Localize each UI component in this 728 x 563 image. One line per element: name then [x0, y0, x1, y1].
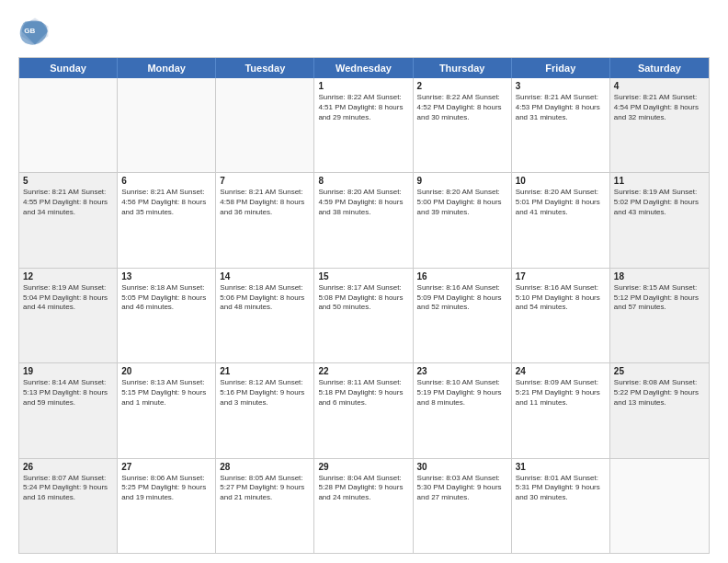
day-number: 8 [318, 176, 408, 186]
day-cell-22: 22Sunrise: 8:11 AM Sunset: 5:18 PM Dayli… [314, 363, 413, 457]
day-number: 4 [614, 81, 705, 91]
day-info: Sunrise: 8:08 AM Sunset: 5:22 PM Dayligh… [614, 378, 705, 408]
empty-cell-0-0 [19, 78, 118, 172]
day-cell-10: 10Sunrise: 8:20 AM Sunset: 5:01 PM Dayli… [512, 173, 610, 267]
weekday-header-monday: Monday [118, 58, 216, 78]
day-cell-23: 23Sunrise: 8:10 AM Sunset: 5:19 PM Dayli… [414, 363, 512, 457]
day-number: 29 [318, 462, 408, 472]
day-number: 24 [516, 366, 606, 376]
day-cell-27: 27Sunrise: 8:06 AM Sunset: 5:25 PM Dayli… [118, 459, 216, 553]
day-info: Sunrise: 8:05 AM Sunset: 5:27 PM Dayligh… [220, 474, 310, 503]
day-number: 17 [516, 271, 606, 282]
day-info: Sunrise: 8:22 AM Sunset: 4:52 PM Dayligh… [417, 93, 507, 122]
day-number: 21 [220, 366, 310, 376]
day-cell-8: 8Sunrise: 8:20 AM Sunset: 4:59 PM Daylig… [314, 173, 413, 267]
day-cell-16: 16Sunrise: 8:16 AM Sunset: 5:09 PM Dayli… [414, 269, 512, 362]
empty-cell-4-6 [610, 459, 709, 553]
day-number: 30 [417, 462, 507, 472]
day-cell-4: 4Sunrise: 8:21 AM Sunset: 4:54 PM Daylig… [610, 78, 709, 172]
day-number: 19 [23, 366, 113, 376]
day-info: Sunrise: 8:18 AM Sunset: 5:06 PM Dayligh… [220, 283, 310, 313]
day-number: 9 [417, 176, 507, 186]
day-info: Sunrise: 8:21 AM Sunset: 4:53 PM Dayligh… [516, 93, 606, 122]
day-cell-29: 29Sunrise: 8:04 AM Sunset: 5:28 PM Dayli… [314, 459, 413, 553]
day-number: 5 [23, 176, 113, 186]
day-number: 15 [318, 271, 408, 282]
day-info: Sunrise: 8:16 AM Sunset: 5:09 PM Dayligh… [417, 283, 507, 313]
day-info: Sunrise: 8:09 AM Sunset: 5:21 PM Dayligh… [516, 378, 606, 408]
day-cell-26: 26Sunrise: 8:07 AM Sunset: 5:24 PM Dayli… [19, 459, 118, 553]
weekday-header-tuesday: Tuesday [216, 58, 314, 78]
day-cell-14: 14Sunrise: 8:18 AM Sunset: 5:06 PM Dayli… [216, 269, 314, 362]
calendar: SundayMondayTuesdayWednesdayThursdayFrid… [18, 57, 710, 554]
day-info: Sunrise: 8:07 AM Sunset: 5:24 PM Dayligh… [23, 474, 113, 503]
day-number: 2 [417, 81, 507, 91]
day-number: 1 [318, 81, 408, 91]
calendar-row-2: 12Sunrise: 8:19 AM Sunset: 5:04 PM Dayli… [19, 268, 709, 362]
day-cell-21: 21Sunrise: 8:12 AM Sunset: 5:16 PM Dayli… [216, 363, 314, 457]
day-info: Sunrise: 8:20 AM Sunset: 5:01 PM Dayligh… [516, 188, 606, 217]
weekday-header-sunday: Sunday [19, 58, 118, 78]
day-info: Sunrise: 8:04 AM Sunset: 5:28 PM Dayligh… [318, 474, 408, 503]
day-number: 22 [318, 366, 408, 376]
calendar-row-0: 1Sunrise: 8:22 AM Sunset: 4:51 PM Daylig… [19, 78, 709, 172]
day-info: Sunrise: 8:15 AM Sunset: 5:12 PM Dayligh… [614, 283, 705, 313]
day-info: Sunrise: 8:03 AM Sunset: 5:30 PM Dayligh… [417, 474, 507, 503]
day-info: Sunrise: 8:21 AM Sunset: 4:58 PM Dayligh… [220, 188, 310, 217]
day-info: Sunrise: 8:11 AM Sunset: 5:18 PM Dayligh… [318, 378, 408, 408]
day-number: 10 [516, 176, 606, 186]
svg-text:GB: GB [24, 27, 35, 35]
weekday-header-wednesday: Wednesday [314, 58, 413, 78]
day-number: 13 [121, 271, 211, 282]
day-number: 16 [417, 271, 507, 282]
day-info: Sunrise: 8:19 AM Sunset: 5:02 PM Dayligh… [614, 188, 705, 217]
day-info: Sunrise: 8:22 AM Sunset: 4:51 PM Dayligh… [318, 93, 408, 122]
day-info: Sunrise: 8:21 AM Sunset: 4:54 PM Dayligh… [614, 93, 705, 122]
day-number: 25 [614, 366, 705, 376]
day-cell-28: 28Sunrise: 8:05 AM Sunset: 5:27 PM Dayli… [216, 459, 314, 553]
day-cell-30: 30Sunrise: 8:03 AM Sunset: 5:30 PM Dayli… [414, 459, 512, 553]
page: GB SundayMondayTuesdayWednesdayThursdayF… [0, 0, 728, 563]
day-info: Sunrise: 8:21 AM Sunset: 4:56 PM Dayligh… [121, 188, 211, 217]
day-number: 3 [516, 81, 606, 91]
day-cell-24: 24Sunrise: 8:09 AM Sunset: 5:21 PM Dayli… [512, 363, 610, 457]
day-cell-7: 7Sunrise: 8:21 AM Sunset: 4:58 PM Daylig… [216, 173, 314, 267]
logo-icon: GB [18, 15, 51, 48]
day-number: 23 [417, 366, 507, 376]
calendar-row-3: 19Sunrise: 8:14 AM Sunset: 5:13 PM Dayli… [19, 362, 709, 457]
day-cell-9: 9Sunrise: 8:20 AM Sunset: 5:00 PM Daylig… [414, 173, 512, 267]
day-cell-20: 20Sunrise: 8:13 AM Sunset: 5:15 PM Dayli… [118, 363, 216, 457]
day-cell-11: 11Sunrise: 8:19 AM Sunset: 5:02 PM Dayli… [610, 173, 709, 267]
day-cell-12: 12Sunrise: 8:19 AM Sunset: 5:04 PM Dayli… [19, 269, 118, 362]
day-info: Sunrise: 8:01 AM Sunset: 5:31 PM Dayligh… [516, 474, 606, 503]
day-number: 11 [614, 176, 705, 186]
empty-cell-0-2 [216, 78, 314, 172]
day-number: 28 [220, 462, 310, 472]
day-info: Sunrise: 8:21 AM Sunset: 4:55 PM Dayligh… [23, 188, 113, 217]
day-number: 20 [121, 366, 211, 376]
day-cell-31: 31Sunrise: 8:01 AM Sunset: 5:31 PM Dayli… [512, 459, 610, 553]
day-number: 31 [516, 462, 606, 472]
day-info: Sunrise: 8:18 AM Sunset: 5:05 PM Dayligh… [121, 283, 211, 313]
day-cell-25: 25Sunrise: 8:08 AM Sunset: 5:22 PM Dayli… [610, 363, 709, 457]
day-info: Sunrise: 8:20 AM Sunset: 5:00 PM Dayligh… [417, 188, 507, 217]
day-info: Sunrise: 8:06 AM Sunset: 5:25 PM Dayligh… [121, 474, 211, 503]
day-cell-1: 1Sunrise: 8:22 AM Sunset: 4:51 PM Daylig… [314, 78, 413, 172]
day-info: Sunrise: 8:14 AM Sunset: 5:13 PM Dayligh… [23, 378, 113, 408]
day-number: 18 [614, 271, 705, 282]
day-number: 12 [23, 271, 113, 282]
day-info: Sunrise: 8:16 AM Sunset: 5:10 PM Dayligh… [516, 283, 606, 313]
calendar-row-4: 26Sunrise: 8:07 AM Sunset: 5:24 PM Dayli… [19, 458, 709, 553]
weekday-header-saturday: Saturday [610, 58, 709, 78]
day-cell-17: 17Sunrise: 8:16 AM Sunset: 5:10 PM Dayli… [512, 269, 610, 362]
calendar-row-1: 5Sunrise: 8:21 AM Sunset: 4:55 PM Daylig… [19, 172, 709, 267]
day-info: Sunrise: 8:13 AM Sunset: 5:15 PM Dayligh… [121, 378, 211, 408]
calendar-header: SundayMondayTuesdayWednesdayThursdayFrid… [19, 58, 709, 78]
logo: GB [18, 15, 57, 48]
day-number: 6 [121, 176, 211, 186]
weekday-header-thursday: Thursday [414, 58, 512, 78]
day-cell-19: 19Sunrise: 8:14 AM Sunset: 5:13 PM Dayli… [19, 363, 118, 457]
day-cell-18: 18Sunrise: 8:15 AM Sunset: 5:12 PM Dayli… [610, 269, 709, 362]
weekday-header-friday: Friday [512, 58, 610, 78]
day-info: Sunrise: 8:10 AM Sunset: 5:19 PM Dayligh… [417, 378, 507, 408]
